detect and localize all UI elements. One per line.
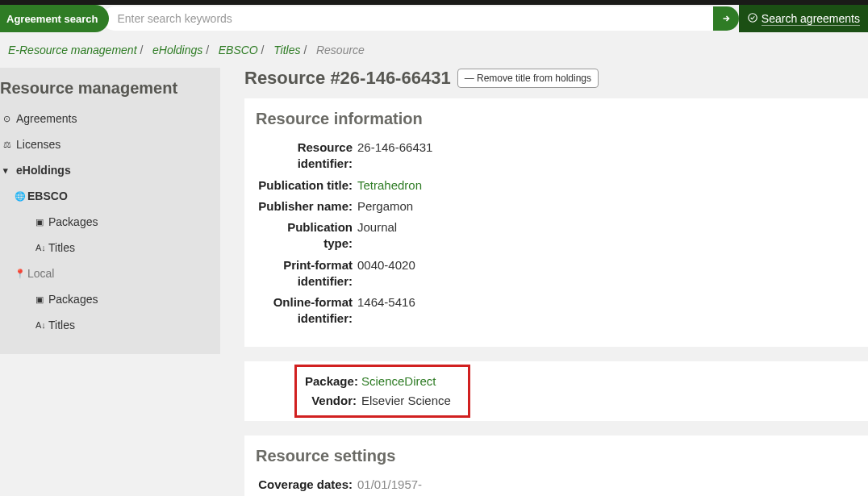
label-package: Package: (305, 373, 361, 390)
value-coverage-dates: 01/01/1957- (357, 477, 857, 493)
sidebar-item-eholdings[interactable]: ▾ eHoldings (0, 157, 220, 183)
sidebar-item-licenses[interactable]: ⚖ Licenses (0, 131, 220, 157)
sidebar-item-label: Packages (48, 293, 98, 306)
value-package[interactable]: ScienceDirect (361, 373, 460, 390)
sort-alpha-icon: A↓ (35, 320, 45, 330)
sidebar-item-label: Titles (48, 319, 75, 331)
value-resource-id: 26-146-66431 (357, 140, 857, 173)
sidebar: Resource management ⊙ Agreements ⚖ Licen… (0, 68, 220, 354)
archive-icon: ▣ (35, 294, 45, 305)
search-input[interactable] (102, 6, 722, 31)
search-bar: Agreement search Search agreements (0, 5, 868, 32)
label-vendor: Vendor: (305, 393, 361, 409)
breadcrumb-current: Resource (316, 44, 365, 56)
label-online-id: Online-format identifier: (256, 294, 357, 327)
sidebar-item-label: Titles (48, 241, 75, 254)
sidebar-item-ebsco[interactable]: 🌐 EBSCO (0, 183, 220, 209)
card-title: Resource settings (256, 447, 857, 465)
highlight-annotation: Package: ScienceDirect Vendor: Elsevier … (294, 365, 470, 419)
svg-point-0 (749, 13, 757, 22)
sidebar-item-label: Licenses (16, 138, 61, 151)
sort-alpha-icon: A↓ (35, 243, 45, 252)
archive-icon: ▣ (35, 217, 45, 227)
sidebar-item-local-packages[interactable]: ▣ Packages (0, 286, 220, 312)
sidebar-item-label: Packages (48, 215, 98, 228)
breadcrumb-link[interactable]: eHoldings (152, 44, 202, 56)
label-coverage-dates: Coverage dates: (256, 477, 357, 493)
value-online-id: 1464-5416 (357, 294, 857, 327)
map-marker-icon: 📍 (15, 269, 24, 279)
sidebar-item-label: eHoldings (16, 164, 71, 177)
label-publisher: Publisher name: (256, 198, 357, 215)
caret-down-icon: ▾ (3, 165, 13, 176)
sidebar-item-label: Local (27, 267, 54, 280)
search-context-tag[interactable]: Agreement search (0, 5, 109, 32)
sidebar-item-label: EBSCO (27, 190, 68, 202)
breadcrumb-link[interactable]: EBSCO (219, 44, 258, 56)
sidebar-item-agreements[interactable]: ⊙ Agreements (0, 106, 220, 131)
value-print-id: 0040-4020 (357, 257, 857, 290)
sidebar-item-local-titles[interactable]: A↓ Titles (0, 312, 220, 338)
main-content: Resource #26-146-66431 — Remove title fr… (244, 68, 868, 496)
breadcrumb-link[interactable]: E-Resource management (8, 44, 137, 56)
sidebar-item-ebsco-titles[interactable]: A↓ Titles (0, 235, 220, 261)
value-vendor: Elsevier Science (361, 393, 460, 409)
value-publication-title[interactable]: Tetrahedron (357, 177, 857, 194)
resource-info-card: Resource information Resource identifier… (244, 98, 868, 347)
sidebar-item-ebsco-packages[interactable]: ▣ Packages (0, 209, 220, 235)
check-circle-icon (747, 12, 758, 26)
sidebar-title: Resource management (0, 68, 220, 106)
sidebar-item-local[interactable]: 📍 Local (0, 261, 220, 286)
card-title: Resource information (256, 110, 857, 128)
gavel-icon: ⚖ (3, 140, 13, 150)
resource-settings-card: Resource settings Coverage dates: 01/01/… (244, 436, 868, 496)
handshake-icon: ⊙ (3, 114, 13, 124)
breadcrumb: E-Resource management / eHoldings / EBSC… (0, 32, 868, 68)
label-publication-type: Publication type: (256, 219, 357, 252)
value-publication-type: Journal (357, 219, 857, 252)
label-resource-id: Resource identifier: (256, 140, 357, 173)
globe-icon: 🌐 (15, 191, 24, 202)
label-publication-title: Publication title: (256, 177, 357, 194)
package-vendor-card: Package: ScienceDirect Vendor: Elsevier … (244, 361, 868, 422)
label-print-id: Print-format identifier: (256, 257, 357, 290)
search-agreements-link[interactable]: Search agreements (739, 5, 868, 32)
search-agreements-label: Search agreements (762, 12, 860, 26)
remove-title-button[interactable]: — Remove title from holdings (457, 69, 599, 88)
search-submit-button[interactable] (713, 6, 739, 31)
page-title: Resource #26-146-66431 (244, 68, 451, 89)
sidebar-item-label: Agreements (16, 112, 77, 125)
breadcrumb-link[interactable]: Titles (273, 44, 300, 56)
value-publisher: Pergamon (357, 198, 857, 215)
